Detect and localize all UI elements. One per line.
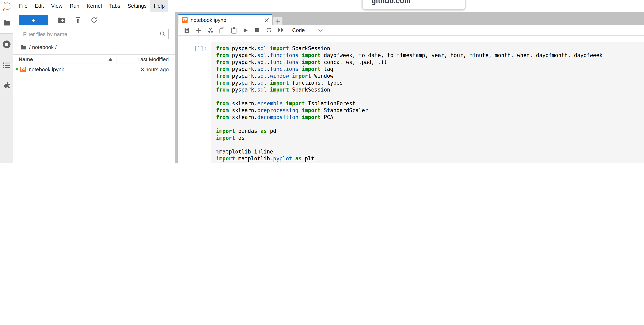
- search-icon: [160, 31, 166, 37]
- menu-item-kernel[interactable]: Kernel: [83, 0, 106, 12]
- restart-kernel-button[interactable]: [263, 25, 275, 35]
- popup-text: github.com: [372, 0, 411, 5]
- plus-icon: [275, 19, 280, 24]
- file-row-notebook[interactable]: notebook.ipynb 3 hours ago: [13, 64, 175, 75]
- kernel-running-dot: [16, 68, 18, 71]
- save-button[interactable]: [181, 25, 192, 35]
- menu-item-file[interactable]: File: [16, 0, 31, 12]
- interrupt-kernel-button[interactable]: [251, 25, 263, 35]
- sidebar-tab-table-of-contents[interactable]: [3, 62, 10, 69]
- breadcrumb-path: / notebook /: [29, 44, 57, 50]
- menu-item-tabs[interactable]: Tabs: [106, 0, 124, 12]
- menu-item-run[interactable]: Run: [66, 0, 83, 12]
- sort-ascending-icon: [108, 58, 112, 61]
- chevron-down-icon: [318, 29, 323, 32]
- menu-item-view[interactable]: View: [48, 0, 66, 12]
- column-header-last-modified[interactable]: Last Modified: [116, 55, 175, 64]
- file-browser-toolbar: +: [13, 12, 175, 25]
- jupyter-logo-icon: [2, 1, 12, 11]
- add-cell-button[interactable]: [192, 25, 204, 35]
- file-browser-panel: + / notebook /: [13, 12, 175, 163]
- cell-editor[interactable]: from pyspark.sql import SparkSessionfrom…: [211, 43, 644, 163]
- file-listing-header: Name Last Modified: [13, 54, 175, 64]
- menu-item-edit[interactable]: Edit: [31, 0, 48, 12]
- list-icon: [3, 62, 10, 69]
- cut-cells-button[interactable]: [204, 25, 216, 35]
- copy-cells-button[interactable]: [216, 25, 228, 35]
- tab-label: notebook.ipynb: [190, 17, 226, 23]
- running-kernels-icon: [2, 40, 11, 49]
- filter-box: [18, 29, 169, 39]
- file-modified: 3 hours ago: [141, 66, 175, 72]
- sidebar-tab-running-kernels[interactable]: [2, 40, 11, 49]
- close-tab-icon[interactable]: [264, 18, 269, 23]
- activity-bar-lower: [0, 33, 13, 163]
- filter-files-input[interactable]: [18, 29, 169, 39]
- notebook-tab-icon: [182, 17, 188, 23]
- menu-bar: FileEditViewRunKernelTabsSettingsHelp: [0, 0, 644, 12]
- new-folder-button[interactable]: [58, 17, 65, 23]
- dock-panel: notebook.ipynb: [178, 12, 644, 163]
- file-name: notebook.ipynb: [29, 66, 64, 72]
- new-tab-button[interactable]: [273, 17, 282, 25]
- notebook-file-icon: [20, 66, 26, 72]
- puzzle-icon: [3, 82, 10, 89]
- github-popup: github.com: [362, 0, 465, 10]
- menu-item-settings[interactable]: Settings: [124, 0, 150, 12]
- menu-items: FileEditViewRunKernelTabsSettingsHelp: [16, 0, 168, 12]
- tab-notebook[interactable]: notebook.ipynb: [178, 14, 272, 25]
- menu-item-help[interactable]: Help: [150, 0, 168, 12]
- dock-tab-bar: notebook.ipynb: [178, 12, 644, 25]
- sidebar-tab-file-browser[interactable]: [0, 12, 13, 33]
- activity-bar: [0, 12, 13, 163]
- notebook-cells: [1]:from pyspark.sql import SparkSession…: [178, 36, 644, 163]
- main-area: + / notebook /: [0, 12, 644, 163]
- home-folder-icon: [20, 45, 26, 50]
- paste-cells-button[interactable]: [228, 25, 240, 35]
- sidebar-tab-extensions[interactable]: [3, 82, 10, 89]
- run-cell-button[interactable]: [240, 25, 251, 35]
- notebook-toolbar: Code: [178, 25, 644, 36]
- refresh-button[interactable]: [91, 17, 98, 24]
- folder-icon: [3, 20, 10, 26]
- jupyterlab-app: FileEditViewRunKernelTabsSettingsHelp: [0, 0, 644, 163]
- restart-run-all-button[interactable]: [275, 25, 286, 35]
- code-cell[interactable]: [1]:from pyspark.sql import SparkSession…: [178, 43, 644, 163]
- execution-count: [1]:: [178, 43, 207, 163]
- cell-type-value: Code: [292, 27, 305, 33]
- upload-button[interactable]: [74, 17, 81, 24]
- cell-type-dropdown[interactable]: Code: [292, 27, 323, 33]
- panel-splitter[interactable]: [175, 12, 178, 163]
- column-header-name[interactable]: Name: [13, 56, 116, 62]
- breadcrumb[interactable]: / notebook /: [20, 44, 175, 50]
- new-launcher-button[interactable]: +: [18, 15, 48, 25]
